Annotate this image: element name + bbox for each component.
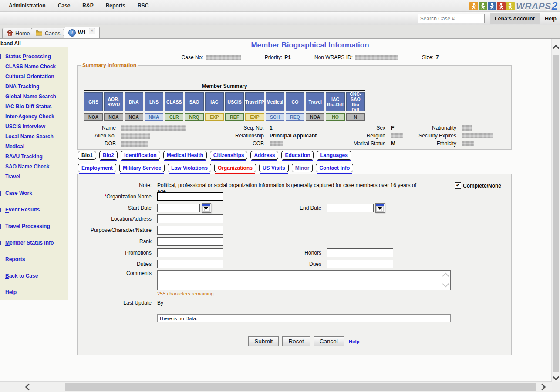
sidebar-item-uscis-interview[interactable]: USCIS Interview xyxy=(5,122,68,132)
detail-label: Alien No. xyxy=(81,133,116,139)
horizontal-scrollbar-thumb[interactable] xyxy=(65,383,536,391)
vertical-scrollbar-thumb[interactable] xyxy=(553,55,559,372)
menu-reports[interactable]: Reports xyxy=(106,3,125,9)
honors-row: Honors xyxy=(247,248,393,257)
detail-label: Sex xyxy=(316,125,385,131)
bio-tab-medical-health[interactable]: Medical Health xyxy=(163,151,207,160)
summary-status-badge: REF xyxy=(225,113,244,121)
detail-label: Religion xyxy=(316,133,385,139)
promotions-row: Promotions xyxy=(78,248,223,257)
bio-tab-bio2[interactable]: Bio2 xyxy=(99,151,118,160)
promotions-input[interactable] xyxy=(157,248,223,257)
scrollbar-up-icon[interactable] xyxy=(553,45,560,52)
bio-tab-identification[interactable]: Identification xyxy=(121,151,160,160)
purpose-label: Purpose/Character/Nature xyxy=(78,227,152,233)
detail-label: DOB xyxy=(81,141,116,147)
sidebar-item-case-work[interactable]: Case Work xyxy=(5,188,68,198)
tab-home[interactable]: Home xyxy=(2,28,34,38)
bio-tab-address[interactable]: Address xyxy=(250,151,278,160)
comments-textarea[interactable] xyxy=(157,270,451,290)
rank-label: Rank xyxy=(78,238,152,245)
summary-status-badge: NOA xyxy=(125,113,143,121)
last-update-label: Last Update xyxy=(78,300,152,306)
complete-none-checkbox[interactable]: ✔ xyxy=(455,182,461,189)
sidebar-item-cultural-orientation[interactable]: Cultural Orientation xyxy=(5,72,68,82)
bio-tab-us-visits[interactable]: US Visits xyxy=(259,164,289,172)
detail-label: Security Expires xyxy=(387,133,456,139)
sidebar-item-travel[interactable]: Travel xyxy=(5,172,68,182)
scrollbar-left-icon[interactable] xyxy=(25,384,32,391)
expand-tick-icon xyxy=(0,241,1,245)
organization-name-input[interactable] xyxy=(157,192,223,201)
sidebar-item-reports[interactable]: Reports xyxy=(5,255,68,265)
bio-tab-education[interactable]: Education xyxy=(281,151,314,160)
bio-tab-employment[interactable]: Employment xyxy=(78,164,116,172)
bio-tab-contact-info[interactable]: Contact Info xyxy=(316,164,353,172)
sidebar-item-inter-agency-check[interactable]: Inter-Agency Check xyxy=(5,112,68,122)
bio-tab-law-violations[interactable]: Law Violations xyxy=(168,164,211,172)
scrollbar-corner xyxy=(552,382,560,392)
start-date-calendar-icon[interactable] xyxy=(202,203,211,213)
sidebar-item-help[interactable]: Help xyxy=(5,288,68,298)
bio-tab-citizenships[interactable]: Citizenships xyxy=(210,151,248,160)
bio-tab-bio1[interactable]: Bio1 xyxy=(78,151,96,160)
bio-tab-languages[interactable]: Languages xyxy=(317,151,351,160)
sidebar-item-travel-processing[interactable]: Travel Processing xyxy=(5,221,68,231)
menu-rsc[interactable]: RSC xyxy=(138,3,148,9)
sidebar-item-event-results[interactable]: Event Results xyxy=(5,205,68,215)
expand-all-link-clipped[interactable]: band All xyxy=(0,40,21,47)
cancel-button[interactable]: Cancel xyxy=(314,336,344,346)
rank-input[interactable] xyxy=(157,237,223,246)
tab-w1[interactable]: i W1 ✕ xyxy=(64,27,100,38)
bio-tab-military-service[interactable]: Military Service xyxy=(119,164,165,172)
sidebar-item-global-name-search[interactable]: Global Name Search xyxy=(5,92,68,102)
summary-status-badge: NRQ xyxy=(185,113,203,121)
horizontal-scrollbar[interactable] xyxy=(0,381,552,392)
sidebar-item-sao-name-check[interactable]: SAO Name Check xyxy=(5,162,68,172)
help-menu[interactable]: Help xyxy=(545,16,557,22)
duties-input[interactable] xyxy=(157,260,223,268)
sidebar-item-ravu-tracking[interactable]: RAVU Tracking xyxy=(5,152,68,162)
summary-status-badge: NOA xyxy=(104,113,123,121)
end-date-input[interactable] xyxy=(327,204,374,212)
sidebar-item-dna-tracking[interactable]: DNA Tracking xyxy=(5,82,68,92)
menu-case[interactable]: Case xyxy=(58,3,71,9)
close-tab-icon[interactable]: ✕ xyxy=(89,28,95,34)
detail-row-relationship: RelationshipPrincipal Applicant xyxy=(194,132,317,140)
purpose-input[interactable] xyxy=(157,226,223,235)
dues-input[interactable] xyxy=(327,260,393,268)
sidebar-item-back-to-case[interactable]: Back to Case xyxy=(5,271,68,281)
sidebar-item-medical[interactable]: Medical xyxy=(5,142,68,152)
submit-button[interactable]: Submit xyxy=(248,336,279,346)
scrollbar-down-icon[interactable] xyxy=(553,374,560,381)
menu-r-p[interactable]: R&P xyxy=(82,3,93,9)
tab-home-label: Home xyxy=(15,30,30,37)
sidebar-item-local-name-search[interactable]: Local Name Search xyxy=(5,132,68,142)
honors-input[interactable] xyxy=(327,248,393,257)
detail-label: Ethnicity xyxy=(387,141,456,147)
sidebar-item-class-name-check[interactable]: CLASS Name Check xyxy=(5,62,68,72)
account-button[interactable]: Lena's Account xyxy=(490,13,540,24)
scrollbar-right-icon[interactable] xyxy=(539,384,546,391)
start-date-input[interactable] xyxy=(157,204,200,212)
form-help-link[interactable]: Help xyxy=(349,339,360,344)
sidebar-item-member-status-info[interactable]: Member Status Info xyxy=(5,238,68,248)
sidebar-item-status-processing[interactable]: Status Processing xyxy=(5,52,68,62)
vertical-scrollbar[interactable] xyxy=(551,39,560,382)
location-input[interactable] xyxy=(157,214,223,223)
reset-button[interactable]: Reset xyxy=(282,336,310,346)
member-summary-title: Member Summary xyxy=(84,83,365,91)
end-date-calendar-icon[interactable] xyxy=(375,203,385,213)
dues-label: Dues xyxy=(247,261,321,267)
sidebar-item-iac-bio-diff-status[interactable]: IAC Bio Diff Status xyxy=(5,102,68,112)
last-update-row: Last Update By xyxy=(78,300,163,306)
search-case-input[interactable] xyxy=(418,14,485,23)
complete-none-label: Complete/None xyxy=(463,183,501,189)
summary-column-sao: SAONRQ xyxy=(185,92,203,121)
detail-row-seq-no: Seq. No.1 xyxy=(194,124,317,132)
detail-row-dob: DOB xyxy=(81,140,186,147)
menu-administration[interactable]: Administration xyxy=(9,3,46,9)
bio-tab-minor[interactable]: Minor xyxy=(292,164,313,172)
bio-tab-organizations[interactable]: Organizations xyxy=(214,164,256,172)
summary-status-badge: SCH xyxy=(266,113,284,121)
